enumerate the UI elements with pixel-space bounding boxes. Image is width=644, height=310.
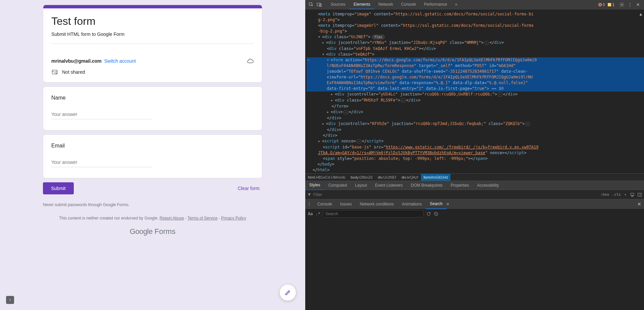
tab-elements[interactable]: Elements	[350, 0, 374, 9]
subtab-event-listeners[interactable]: Event Listeners	[371, 181, 407, 190]
crumb-form[interactable]: form#mG61Hd	[421, 174, 450, 181]
device-mode-icon[interactable]	[315, 1, 323, 9]
dom-node[interactable]: <div class="RH5hzf RLS9Fe">⋯</div>	[307, 98, 644, 104]
search-input[interactable]	[323, 210, 424, 218]
close-devtools-icon[interactable]: ✕	[634, 1, 642, 9]
dom-node[interactable]: </body>	[307, 162, 644, 167]
drawer-tab-animations[interactable]: Animations	[398, 199, 426, 209]
name-input[interactable]	[51, 110, 152, 119]
search-toolbar: Aa .*	[305, 209, 644, 219]
switch-account-link[interactable]: Switch account	[104, 58, 136, 64]
computed-panel-icon[interactable]	[630, 192, 635, 197]
svg-rect-10	[638, 193, 642, 196]
crumb-html[interactable]: html.HB1eCd-UMrnmb	[305, 174, 348, 181]
dom-node-wrap: -big-2.png">	[307, 28, 644, 34]
dom-node[interactable]: <script id="base-js" src="https://www.gs…	[307, 144, 644, 150]
devtools-panel: Sources Elements Network Console Perform…	[305, 0, 644, 310]
dom-node[interactable]: <div jscontroller="rYNGv" jsaction="JIbu…	[307, 40, 644, 46]
share-status: Not shared	[43, 67, 262, 82]
drawer-tab-issues[interactable]: Issues	[336, 199, 356, 209]
dom-node[interactable]: <div jscontroller="yUS4Lc" jsaction="rcu…	[307, 91, 644, 98]
drawer-tab-network-conditions[interactable]: Network conditions	[356, 199, 398, 209]
styles-filter-input[interactable]	[313, 192, 598, 197]
new-style-icon[interactable]: ＋	[624, 192, 627, 197]
dom-node-wrap: JTbA.O/am=GAY/d=1/rs=AMjVe6jPzlDs5JVkByP…	[307, 150, 644, 156]
row-actions-icon[interactable]: ⋯	[307, 57, 310, 63]
submit-button[interactable]: Submit	[43, 182, 74, 194]
tab-performance[interactable]: Performance	[420, 0, 451, 9]
account-email-text: mrinalvbu@gmail.com	[51, 58, 102, 64]
account-email: mrinalvbu@gmail.com Switch account	[51, 58, 136, 64]
flex-pill[interactable]: flex	[372, 35, 385, 39]
crumb-div2[interactable]: div.teQAzf	[399, 174, 421, 181]
drawer-tab-search[interactable]: Search	[426, 199, 446, 209]
dom-node[interactable]: </html>	[307, 167, 644, 173]
cls-toggle[interactable]: .cls	[612, 192, 621, 197]
match-case-toggle[interactable]: Aa	[308, 211, 313, 216]
dom-node[interactable]: <span style="position: absolute; top: -9…	[307, 156, 644, 162]
google-forms-logo[interactable]: Google Forms	[43, 227, 262, 236]
subtab-dom-breakpoints[interactable]: DOM Breakpoints	[407, 181, 447, 190]
more-menu-icon[interactable]: ⋮	[626, 1, 634, 9]
dom-node[interactable]: </div>	[307, 115, 644, 121]
inspect-icon[interactable]	[307, 1, 315, 9]
error-badge[interactable]: 6	[598, 2, 605, 7]
svg-rect-9	[632, 196, 633, 196]
svg-rect-8	[631, 193, 634, 195]
more-tabs-icon[interactable]: »	[451, 0, 462, 9]
drawer-tab-console[interactable]: Console	[313, 199, 336, 209]
dom-node[interactable]: <div>⋯</div>	[307, 109, 644, 115]
selected-form-node[interactable]: ⋯ <form action="https://docs.google.com/…	[307, 57, 644, 91]
footer-prefix: This content is neither created nor endo…	[59, 216, 160, 221]
crumb-body[interactable]: body.D8bnZd	[348, 174, 375, 181]
dom-node[interactable]: </form>	[307, 104, 644, 109]
close-drawer-icon[interactable]: ✕	[635, 201, 644, 207]
warning-badge[interactable]: 1	[607, 2, 614, 7]
footer-disclaimer: This content is neither created nor endo…	[43, 216, 262, 221]
clear-search-icon[interactable]	[434, 211, 438, 216]
subtab-layout[interactable]: Layout	[351, 181, 371, 190]
hov-toggle[interactable]: :hov	[600, 192, 609, 197]
report-button[interactable]	[6, 296, 14, 304]
close-search-tab-icon[interactable]: ✕	[445, 200, 451, 208]
terms-link[interactable]: Terms of Service	[187, 216, 217, 221]
svg-point-7	[621, 4, 623, 5]
error-count: 6	[603, 2, 605, 7]
sidebar-toggle-icon[interactable]	[637, 192, 642, 197]
warning-count: 1	[612, 2, 614, 7]
privacy-link[interactable]: Privacy Policy	[221, 216, 246, 221]
sep: -	[185, 216, 187, 221]
settings-icon[interactable]	[618, 1, 626, 9]
clear-form-link[interactable]: Clear form	[235, 183, 262, 194]
subtab-styles[interactable]: Styles	[305, 180, 324, 190]
form-title: Test form	[51, 15, 254, 27]
dom-node[interactable]: <div class="Uc2NEf">flex	[307, 34, 644, 40]
dom-node[interactable]: </div>	[307, 133, 644, 138]
dom-node[interactable]: <meta itemprop="imageUrl" content="https…	[307, 23, 644, 28]
dom-node[interactable]: <div class="teQAzf">	[307, 52, 644, 57]
tab-sources[interactable]: Sources	[327, 0, 350, 9]
regex-toggle[interactable]: .*	[315, 211, 320, 216]
sep: -	[219, 216, 221, 221]
drawer-more-icon[interactable]: ⋮	[305, 202, 313, 206]
subtab-computed[interactable]: Computed	[324, 181, 351, 190]
dom-node[interactable]: </div>	[307, 127, 644, 133]
dom-node[interactable]: <div jscontroller="KFVhZe" jsaction="rcu…	[307, 121, 644, 127]
logo-google: Google	[130, 227, 153, 236]
refresh-search-icon[interactable]	[426, 211, 431, 216]
scroll-up-icon[interactable]: ▲	[640, 11, 642, 17]
email-input[interactable]	[51, 158, 152, 167]
subtab-properties[interactable]: Properties	[447, 181, 473, 190]
dom-node[interactable]: <script nonce>⋯</script>	[307, 138, 644, 144]
tab-network[interactable]: Network	[374, 0, 397, 9]
edit-fab-button[interactable]	[280, 285, 296, 301]
tab-console[interactable]: Console	[397, 0, 420, 9]
logo-forms: Forms	[153, 227, 175, 236]
subtab-accessibility[interactable]: Accessibility	[473, 181, 503, 190]
crumb-div1[interactable]: div.Uc2NEf	[375, 174, 399, 181]
report-abuse-link[interactable]: Report Abuse	[160, 216, 184, 221]
dom-node[interactable]: <div class="vnFTpb teQAzf ErmvL KHCwJ"><…	[307, 46, 644, 52]
dom-node[interactable]: <meta itemprop="image" content="https://…	[307, 11, 644, 17]
elements-dom-tree[interactable]: ▲ <meta itemprop="image" content="https:…	[305, 9, 644, 173]
styles-filter-row: :hov .cls ＋	[305, 190, 644, 199]
